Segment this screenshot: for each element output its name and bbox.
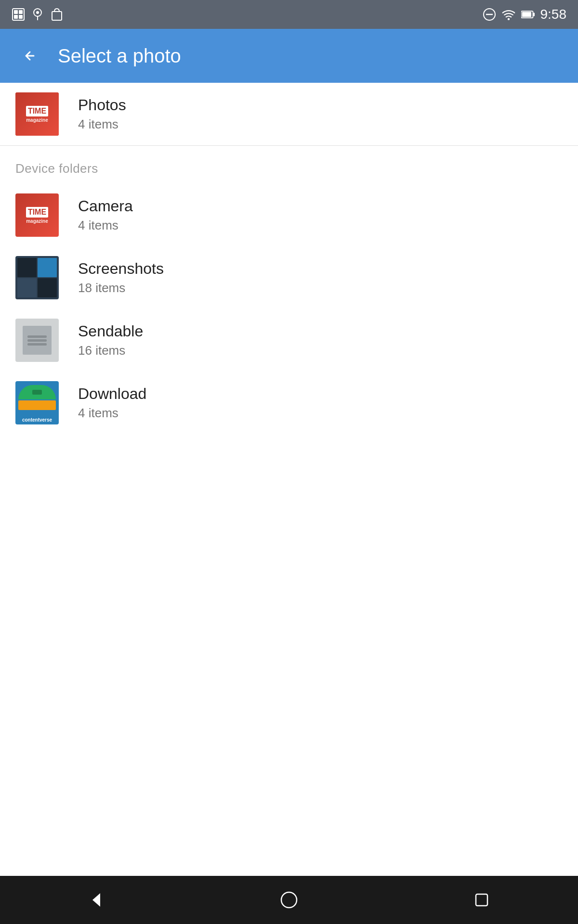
sendable-info: Sendable 16 items (78, 322, 563, 358)
screenshots-info: Screenshots 18 items (78, 260, 563, 295)
photos-count: 4 items (78, 117, 563, 132)
list-item-sendable[interactable]: Sendable 16 items (0, 309, 578, 372)
back-button[interactable] (15, 42, 42, 69)
svg-rect-13 (533, 13, 535, 16)
app-bar-title: Select a photo (58, 45, 181, 67)
shopping-icon (50, 8, 64, 21)
download-name: Download (78, 385, 563, 403)
photos-info: Photos 4 items (78, 96, 563, 132)
download-count: 4 items (78, 406, 563, 421)
nav-bar (0, 876, 578, 924)
download-info: Download 4 items (78, 385, 563, 421)
content-area: TIME magazine Photos 4 items Device fold… (0, 83, 578, 434)
photos-thumbnail: TIME magazine (15, 92, 59, 136)
svg-point-11 (507, 18, 509, 20)
nav-recents-button[interactable] (462, 881, 501, 919)
screenshots-thumbnail (15, 256, 59, 299)
nav-home-button[interactable] (270, 881, 308, 919)
do-not-disturb-icon (483, 8, 496, 21)
location-icon (31, 8, 44, 21)
device-folders-header: Device folders (0, 146, 578, 184)
svg-marker-15 (92, 893, 100, 907)
svg-rect-8 (52, 12, 62, 20)
svg-rect-4 (19, 15, 23, 19)
sendable-thumbnail (15, 319, 59, 362)
list-item-camera[interactable]: TIME magazine Camera 4 items (0, 184, 578, 246)
battery-icon (521, 8, 535, 21)
status-bar-right-icons: 9:58 (483, 7, 567, 22)
svg-rect-2 (19, 10, 23, 14)
download-thumbnail: contentverse (15, 381, 59, 424)
svg-rect-14 (522, 12, 531, 17)
svg-rect-17 (476, 894, 487, 906)
screenshots-name: Screenshots (78, 260, 563, 278)
gallery-icon (12, 8, 25, 21)
status-time: 9:58 (540, 7, 567, 22)
list-item-download[interactable]: contentverse Download 4 items (0, 372, 578, 434)
sendable-count: 16 items (78, 343, 563, 358)
svg-point-16 (281, 892, 297, 908)
status-bar-left-icons (12, 8, 64, 21)
status-bar: 9:58 (0, 0, 578, 29)
camera-name: Camera (78, 197, 563, 215)
nav-back-button[interactable] (77, 881, 116, 919)
list-item-screenshots[interactable]: Screenshots 18 items (0, 246, 578, 309)
svg-point-6 (36, 11, 39, 14)
screenshots-count: 18 items (78, 281, 563, 295)
camera-thumbnail: TIME magazine (15, 193, 59, 237)
svg-rect-3 (14, 15, 18, 19)
sendable-name: Sendable (78, 322, 563, 340)
camera-info: Camera 4 items (78, 197, 563, 233)
svg-rect-1 (14, 10, 18, 14)
app-bar: Select a photo (0, 29, 578, 83)
wifi-icon (502, 8, 515, 21)
camera-count: 4 items (78, 218, 563, 233)
list-item-photos[interactable]: TIME magazine Photos 4 items (0, 83, 578, 145)
photos-name: Photos (78, 96, 563, 114)
